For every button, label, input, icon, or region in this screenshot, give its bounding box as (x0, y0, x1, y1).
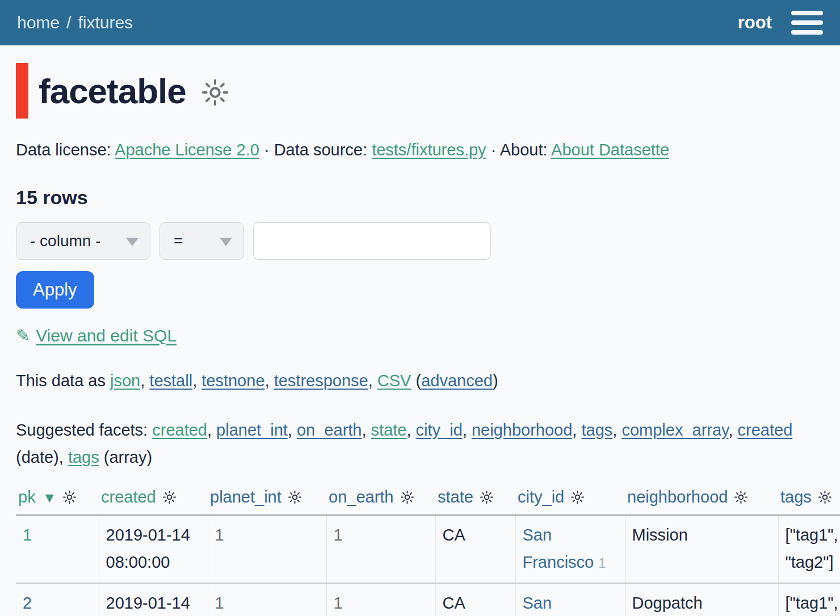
facet-link-state[interactable]: state (371, 421, 407, 439)
facet-link-tags-array[interactable]: tags (68, 448, 99, 466)
separator-text: , (368, 372, 377, 390)
city-link[interactable]: San Francisco (523, 526, 594, 571)
export-line: This data as json, testall, testnone, te… (16, 372, 824, 390)
column-header-link[interactable]: created (101, 488, 156, 506)
export-link-testnone[interactable]: testnone (201, 372, 264, 390)
facet-link-tags[interactable]: tags (581, 421, 612, 439)
export-link-csv[interactable]: CSV (377, 372, 411, 390)
results-table: pk▼createdplanet_inton_earthstatecity_id… (16, 486, 840, 616)
column-header-city_id: city_id (515, 486, 625, 515)
column-gear-icon[interactable] (479, 490, 494, 505)
table-settings-gear-icon[interactable] (200, 77, 230, 108)
apply-button[interactable]: Apply (16, 271, 94, 309)
column-header-link[interactable]: neighborhood (627, 488, 728, 506)
separator-text: (date), (16, 448, 68, 466)
on-earth-cell: 1 (326, 583, 435, 616)
separator-text: (array) (99, 448, 152, 466)
pk-cell: 2 (16, 583, 99, 616)
separator-text: , (362, 421, 371, 439)
column-header-link[interactable]: planet_int (210, 488, 282, 506)
column-header-link[interactable]: state (438, 488, 473, 506)
facet-link-planet-int[interactable]: planet_int (216, 421, 288, 439)
separator-text: , (192, 372, 201, 390)
row-pk-link[interactable]: 1 (23, 526, 32, 544)
table-row: 22019-01-14 08:00:0011CASan Francisco1Do… (16, 583, 840, 616)
facet-link-created-date[interactable]: created (738, 421, 793, 439)
column-select-value: - column - (30, 232, 100, 250)
column-header-link[interactable]: tags (780, 488, 812, 506)
title-row: facetable (16, 62, 824, 119)
neighborhood-cell: Dogpatch (625, 583, 778, 616)
city-link[interactable]: San Francisco (523, 594, 594, 616)
column-header-link[interactable]: on_earth (329, 488, 394, 506)
export-link-testall[interactable]: testall (149, 372, 192, 390)
column-select[interactable]: - column - (16, 222, 150, 260)
facet-link-created[interactable]: created (152, 421, 207, 439)
planet-int-cell: 1 (208, 583, 326, 616)
separator-text: , (572, 421, 581, 439)
row-pk-link[interactable]: 2 (23, 594, 32, 612)
column-gear-icon[interactable] (62, 490, 77, 505)
export-link-advanced[interactable]: advanced (421, 372, 493, 390)
column-gear-icon[interactable] (817, 490, 833, 505)
city-id-cell: San Francisco1 (515, 583, 625, 616)
separator-text: , (406, 421, 415, 439)
facet-link-complex-array[interactable]: complex_array (621, 421, 728, 439)
separator-text: ) (493, 372, 498, 390)
planet-int-cell: 1 (208, 515, 326, 583)
on-earth-cell: 1 (326, 515, 435, 583)
about-link[interactable]: About Datasette (551, 141, 669, 159)
sql-link-line: ✎View and edit SQL (16, 326, 824, 345)
title-accent-bar (16, 63, 28, 119)
breadcrumb: home / fixtures (17, 13, 133, 32)
main-content: facetable Data license: Apache License 2… (0, 62, 840, 616)
breadcrumb-home[interactable]: home (17, 13, 60, 32)
pk-cell: 1 (16, 515, 99, 583)
filter-value-input[interactable] (253, 222, 491, 260)
column-header-neighborhood: neighborhood (625, 486, 778, 515)
user-label[interactable]: root (738, 12, 772, 33)
column-header-link[interactable]: pk (18, 488, 36, 506)
column-header-planet_int: planet_int (208, 486, 326, 515)
table-body: 12019-01-14 08:00:0011CASan Francisco1Mi… (16, 515, 840, 616)
column-gear-icon[interactable] (400, 490, 415, 505)
separator-dot: · (259, 141, 274, 159)
separator-dot: · (486, 141, 500, 159)
page-title: facetable (39, 71, 186, 111)
facet-link-neighborhood[interactable]: neighborhood (472, 421, 572, 439)
facet-link-on-earth[interactable]: on_earth (297, 421, 362, 439)
separator-text: , (207, 421, 216, 439)
facet-link-city-id[interactable]: city_id (416, 421, 463, 439)
column-header-link[interactable]: city_id (518, 488, 564, 506)
facets-prefix: Suggested facets: (16, 421, 152, 439)
column-header-on_earth: on_earth (326, 486, 435, 515)
license-label: Data license: (16, 141, 115, 159)
column-gear-icon[interactable] (287, 490, 303, 505)
pencil-icon: ✎ (16, 326, 30, 345)
created-cell: 2019-01-14 08:00:00 (99, 515, 208, 583)
hamburger-menu-icon[interactable] (791, 11, 823, 35)
view-edit-sql-link[interactable]: View and edit SQL (36, 326, 177, 345)
column-gear-icon[interactable] (570, 490, 585, 505)
separator-text: , (288, 421, 297, 439)
column-gear-icon[interactable] (162, 490, 177, 505)
suggested-facets-line: Suggested facets: created, planet_int, o… (16, 416, 824, 471)
export-link-testresponse[interactable]: testresponse (274, 372, 368, 390)
row-count: 15 rows (16, 187, 824, 209)
license-link[interactable]: Apache License 2.0 (115, 141, 259, 159)
separator-text: , (728, 421, 737, 439)
separator-text: , (265, 372, 274, 390)
operator-select[interactable]: = (159, 222, 244, 260)
export-link-json[interactable]: json (110, 372, 140, 390)
separator-text: , (612, 421, 621, 439)
topbar: home / fixtures root (0, 0, 840, 45)
source-link[interactable]: tests/fixtures.py (372, 141, 486, 159)
city-raw-id: 1 (598, 555, 606, 571)
breadcrumb-separator: / (66, 13, 71, 32)
sort-descending-icon: ▼ (43, 490, 57, 505)
column-header-created: created (99, 486, 208, 515)
column-gear-icon[interactable] (733, 490, 749, 505)
created-cell: 2019-01-14 08:00:00 (99, 583, 208, 616)
breadcrumb-table[interactable]: fixtures (78, 13, 133, 32)
separator-text: ( (411, 372, 421, 390)
